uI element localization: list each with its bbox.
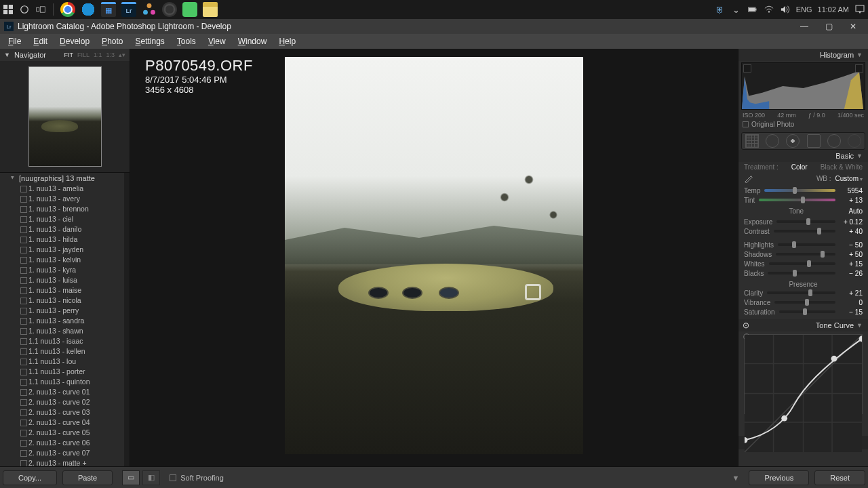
tonecurve-header[interactable]: ⊙ Tone Curve▼ (738, 319, 868, 331)
grad-tool[interactable] (807, 134, 821, 148)
blacks-slider[interactable] (768, 272, 835, 274)
clock[interactable]: 11:02 AM (818, 5, 849, 14)
preset-item[interactable]: 2. nuu13 - curve 02 (0, 397, 130, 407)
menu-edit[interactable]: Edit (28, 35, 53, 47)
shield-tray-icon[interactable]: ⛨ (715, 4, 726, 15)
temp-slider[interactable] (764, 189, 835, 192)
redeye-tool[interactable] (786, 134, 800, 148)
preset-item[interactable]: 1. nuu13 - kyra (0, 265, 130, 275)
clip-shadow-icon[interactable] (743, 64, 751, 73)
histogram-header[interactable]: Histogram▼ (738, 49, 868, 61)
preset-item[interactable]: 2. nuu13 - curve 05 (0, 428, 130, 438)
preset-item[interactable]: 1. nuu13 - ciel (0, 214, 130, 224)
zoom-1-1[interactable]: 1:1 (94, 52, 102, 58)
treatment-color[interactable]: Color (791, 163, 808, 171)
whites-slider[interactable] (769, 262, 835, 265)
photos-app-icon[interactable]: ▦ (101, 2, 116, 17)
histogram-display[interactable] (741, 62, 865, 110)
treatment-bw[interactable]: Black & White (821, 163, 863, 171)
volume-icon[interactable] (780, 4, 791, 15)
loupe-view[interactable]: P8070549.ORF 8/7/2017 5:04:46 PM 3456 x … (130, 49, 738, 466)
cortana-icon[interactable] (19, 4, 30, 15)
preset-item[interactable]: 1. nuu13 - amelia (0, 184, 130, 194)
explorer-icon[interactable] (203, 2, 218, 17)
navigator-thumbnail[interactable] (28, 66, 102, 167)
zoom-fit[interactable]: FIT (64, 52, 73, 58)
preset-item[interactable]: 1. nuu13 - maise (0, 285, 130, 296)
preset-item[interactable]: 2. nuu13 - curve 03 (0, 407, 130, 418)
navigator-header[interactable]: ▼ Navigator FIT FILL 1:1 1:3 ▴▾ (0, 49, 130, 61)
target-adjust-icon[interactable]: ⊙ (743, 321, 749, 330)
preset-item[interactable]: 1. nuu13 - jayden (0, 245, 130, 255)
preset-item[interactable]: 1. nuu13 - brennon (0, 204, 130, 214)
softproof-checkbox[interactable] (170, 474, 176, 481)
obs-icon[interactable] (162, 2, 177, 17)
preset-group[interactable]: [nuugraphics] 13 matte (0, 173, 130, 184)
preset-item[interactable]: 2. nuu13 - curve 06 (0, 438, 130, 448)
preset-item[interactable]: 2. nuu13 - curve 07 (0, 448, 130, 458)
toolbar-chevron-icon[interactable]: ▼ (732, 474, 740, 482)
zoom-fill[interactable]: FILL (77, 52, 90, 58)
preset-item[interactable]: 1. nuu13 - kelvin (0, 255, 130, 265)
preset-item[interactable]: 1. nuu13 - danilo (0, 224, 130, 235)
basic-header[interactable]: Basic▼ (738, 150, 868, 162)
preset-item[interactable]: 2. nuu13 - matte + (0, 458, 130, 466)
tint-slider[interactable] (759, 199, 835, 201)
tray-chevron-icon[interactable]: ⌄ (731, 4, 742, 15)
brush-tool[interactable] (848, 134, 861, 148)
action-center-icon[interactable] (854, 4, 865, 15)
radial-tool[interactable] (827, 134, 841, 148)
exposure-slider[interactable] (776, 220, 835, 223)
zoom-1-3[interactable]: 1:3 (106, 52, 115, 58)
preset-item[interactable]: 1.1 nuu13 - kellen (0, 346, 130, 357)
highlights-slider[interactable] (778, 243, 835, 246)
wb-select[interactable]: Custom▾ (835, 175, 863, 182)
preset-item[interactable]: 1. nuu13 - sandra (0, 316, 130, 326)
minimize-button[interactable]: — (793, 20, 815, 33)
preset-item[interactable]: 1. nuu13 - avery (0, 194, 130, 204)
preset-item[interactable]: 1.1 nuu13 - lou (0, 357, 130, 367)
language-indicator[interactable]: ENG (796, 5, 812, 14)
presets-panel[interactable]: [nuugraphics] 13 matte 1. nuu13 - amelia… (0, 172, 130, 466)
temp-value[interactable]: 5954 (840, 187, 863, 195)
menu-help[interactable]: Help (273, 35, 301, 47)
auto-tone-button[interactable]: Auto (848, 207, 863, 215)
paste-button[interactable]: Paste (62, 470, 113, 485)
menu-view[interactable]: View (203, 35, 231, 47)
saturation-slider[interactable] (779, 310, 835, 313)
contrast-slider[interactable] (774, 230, 835, 232)
lightroom-app-icon[interactable]: Lr (121, 2, 136, 17)
copy-button[interactable]: Copy... (3, 470, 57, 485)
main-photo[interactable] (285, 57, 583, 454)
vibrance-slider[interactable] (774, 301, 835, 304)
reset-button[interactable]: Reset (814, 470, 865, 485)
resolve-icon[interactable] (142, 2, 157, 17)
menu-develop[interactable]: Develop (54, 35, 95, 47)
tone-curve-editor[interactable] (744, 334, 863, 414)
menu-tools[interactable]: Tools (172, 35, 201, 47)
view-loupe-icon[interactable]: ▭ (122, 470, 140, 485)
menu-settings[interactable]: Settings (130, 35, 170, 47)
preset-item[interactable]: 1. nuu13 - nicola (0, 296, 130, 306)
wifi-icon[interactable] (764, 4, 774, 15)
zoom-stepper-icon[interactable]: ▴▾ (119, 52, 125, 58)
spot-tool[interactable] (766, 134, 779, 148)
clarity-slider[interactable] (767, 291, 835, 294)
view-compare-icon[interactable]: ◧ (142, 470, 160, 485)
edge-icon[interactable] (81, 2, 96, 17)
preset-item[interactable]: 1. nuu13 - luisa (0, 275, 130, 285)
tint-value[interactable]: + 13 (840, 197, 863, 204)
preset-item[interactable]: 2. nuu13 - curve 04 (0, 418, 130, 428)
battery-icon[interactable] (747, 4, 758, 15)
maximize-button[interactable]: ▢ (818, 20, 840, 33)
preset-item[interactable]: 1.1 nuu13 - porter (0, 367, 130, 377)
menu-file[interactable]: File (3, 35, 26, 47)
clip-highlight-icon[interactable] (855, 64, 863, 73)
eyedropper-icon[interactable] (744, 174, 753, 183)
taskview-icon[interactable] (35, 4, 46, 15)
preset-item[interactable]: 1.1 nuu13 - isaac (0, 336, 130, 346)
previous-button[interactable]: Previous (749, 470, 809, 485)
preset-item[interactable]: 1. nuu13 - shawn (0, 326, 130, 336)
shadows-slider[interactable] (776, 253, 835, 256)
chrome-icon[interactable] (60, 2, 75, 17)
